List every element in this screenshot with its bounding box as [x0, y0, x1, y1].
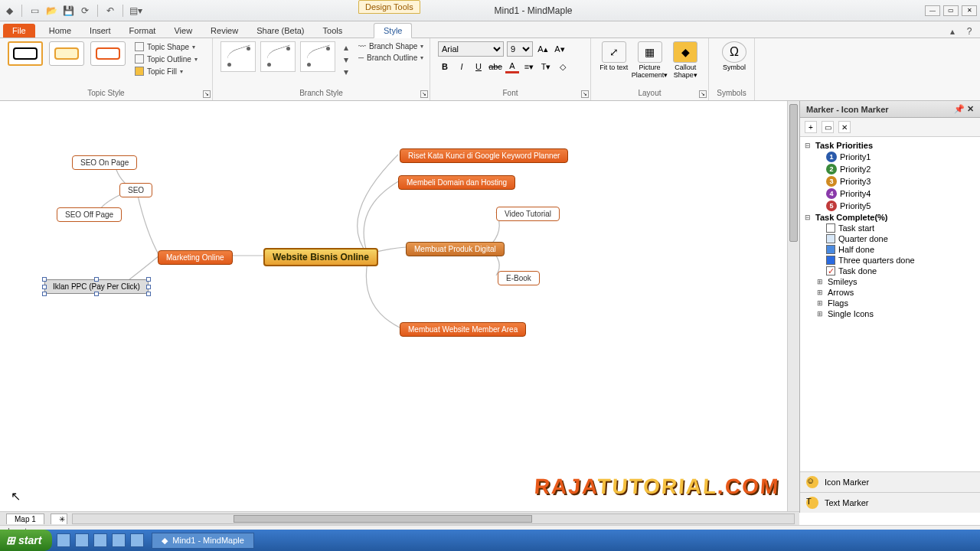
panel-add-icon[interactable]: +	[805, 121, 817, 133]
branch-gallery-down[interactable]: ▾	[340, 54, 352, 66]
priority-item[interactable]: 2Priority2	[823, 163, 978, 175]
complete-item[interactable]: Quarter done	[823, 233, 978, 244]
font-size-select[interactable]: 9	[507, 41, 533, 57]
branch-style-thumb-3[interactable]	[300, 41, 335, 72]
italic-button[interactable]: I	[455, 60, 469, 73]
node-seo-on[interactable]: SEO On Page	[72, 155, 137, 170]
callout-shape-button[interactable]: ◆Callout Shape▾	[671, 41, 701, 80]
layout-dialog-launcher[interactable]: ↘	[699, 90, 707, 98]
topic-style-thumb-1[interactable]	[8, 41, 43, 66]
node-seo[interactable]: SEO	[119, 183, 152, 197]
horizontal-scrollbar[interactable]	[72, 514, 795, 524]
align-button[interactable]: ≡▾	[522, 60, 536, 73]
branch-gallery-up[interactable]: ▴	[340, 41, 352, 54]
save-icon[interactable]: 💾	[62, 5, 74, 17]
taskbar-quicklaunch-3[interactable]	[93, 533, 107, 547]
format-tab[interactable]: Format	[120, 24, 165, 37]
font-dialog-launcher[interactable]: ↘	[581, 90, 589, 98]
font-name-select[interactable]: Arial	[438, 41, 504, 57]
node-produk[interactable]: Membuat Produk Digital	[406, 242, 505, 256]
new-icon[interactable]: ▭	[28, 5, 41, 17]
node-seo-off[interactable]: SEO Off Page	[57, 207, 122, 222]
grow-font-button[interactable]: A▴	[536, 42, 550, 56]
horizontal-scrollbar-thumb[interactable]	[234, 515, 532, 523]
minimize-ribbon-icon[interactable]: ▴	[946, 25, 959, 37]
vertical-scrollbar-thumb[interactable]	[789, 104, 798, 242]
branch-gallery-more[interactable]: ▾	[340, 66, 352, 78]
clear-format-button[interactable]: ◇	[556, 60, 570, 73]
complete-item[interactable]: Half done	[823, 244, 978, 255]
branch-style-thumb-1[interactable]	[220, 41, 256, 72]
symbol-button[interactable]: ΩSymbol	[717, 41, 752, 72]
file-tab[interactable]: File	[3, 24, 35, 37]
taskbar-quicklaunch-5[interactable]	[130, 533, 144, 547]
app-menu-icon[interactable]: ◆	[3, 5, 15, 17]
panel-folder-icon[interactable]: ▭	[822, 121, 834, 133]
priority-item[interactable]: 5Priority5	[823, 200, 978, 212]
sheet-tab-new[interactable]: ✳	[51, 514, 67, 524]
priority-item[interactable]: 4Priority4	[823, 187, 978, 200]
mindmap-canvas[interactable]: Website Bisnis Online Riset Kata Kunci d…	[0, 101, 787, 513]
topic-style-thumb-2[interactable]	[49, 41, 84, 66]
maximize-button[interactable]: ▭	[943, 5, 959, 16]
priority-item[interactable]: 1Priority1	[823, 151, 978, 163]
branch-shape-button[interactable]: 〰Branch Shape▾	[355, 41, 426, 51]
view-tab[interactable]: View	[165, 24, 201, 37]
taskbar-quicklaunch-1[interactable]	[57, 533, 70, 547]
shrink-font-button[interactable]: A▾	[553, 42, 567, 56]
share-tab[interactable]: Share (Beta)	[247, 24, 313, 37]
insert-tab[interactable]: Insert	[80, 24, 120, 37]
topic-style-dialog-launcher[interactable]: ↘	[203, 90, 211, 98]
priority-item[interactable]: 3Priority3	[823, 175, 978, 187]
tree-group-complete[interactable]: ⊟Task Complete(%)	[802, 212, 978, 223]
help-icon[interactable]: ?	[963, 25, 975, 37]
review-tab[interactable]: Review	[201, 24, 247, 37]
topic-fill-button[interactable]: Topic Fill▾	[132, 66, 201, 77]
text-direction-button[interactable]: T▾	[539, 60, 553, 73]
topic-outline-button[interactable]: Topic Outline▾	[132, 54, 201, 64]
node-ebook[interactable]: E-Book	[498, 271, 540, 285]
topic-shape-button[interactable]: Topic Shape▾	[132, 41, 201, 52]
panel-pin-icon[interactable]: 📌	[954, 104, 965, 113]
open-icon[interactable]: 📂	[45, 5, 57, 17]
branch-outline-button[interactable]: ─Branch Outline▾	[355, 53, 426, 63]
refresh-icon[interactable]: ⟳	[79, 5, 91, 17]
complete-item[interactable]: Three quarters done	[823, 255, 978, 266]
node-ppc-editing[interactable]: Iklan PPC (Pay Per Click)	[44, 279, 149, 294]
close-button[interactable]: ✕	[962, 5, 977, 16]
text-marker-section[interactable]: TText Marker	[800, 492, 980, 513]
complete-item[interactable]: ✓Task done	[823, 266, 978, 276]
node-marketing[interactable]: Marketing Online	[158, 250, 233, 265]
undo-icon[interactable]: ↶	[104, 5, 116, 17]
panel-delete-icon[interactable]: ✕	[838, 121, 851, 133]
start-button[interactable]: ⊞start	[0, 530, 52, 551]
home-tab[interactable]: Home	[40, 24, 80, 37]
sheet-tab-map1[interactable]: Map 1	[6, 514, 44, 524]
tree-group-collapsed[interactable]: ⊞Single Icons	[814, 308, 978, 319]
topic-style-thumb-3[interactable]	[90, 41, 126, 66]
taskbar-app-mindmaple[interactable]: ◆Mind1 - MindMaple	[152, 533, 254, 549]
style-gallery-icon[interactable]: ▤▾	[129, 5, 142, 17]
node-center[interactable]: Website Bisnis Online	[263, 248, 378, 266]
tree-group-collapsed[interactable]: ⊞Smileys	[814, 276, 978, 287]
panel-close-icon[interactable]: ✕	[967, 104, 974, 113]
node-video[interactable]: Video Tutorial	[496, 207, 560, 221]
node-member[interactable]: Membuat Website Member Area	[400, 322, 526, 337]
taskbar-quicklaunch-4[interactable]	[112, 533, 126, 547]
font-color-button[interactable]: A	[505, 60, 519, 73]
node-domain[interactable]: Membeli Domain dan Hosting	[398, 175, 515, 190]
icon-marker-section[interactable]: ☺Icon Marker	[800, 471, 980, 492]
tree-group-collapsed[interactable]: ⊞Flags	[814, 298, 978, 308]
taskbar-quicklaunch-2[interactable]	[75, 533, 89, 547]
branch-style-thumb-2[interactable]	[260, 41, 296, 72]
underline-button[interactable]: U	[472, 60, 485, 73]
complete-item[interactable]: Task start	[823, 223, 978, 233]
tree-group-priorities[interactable]: ⊟Task Priorities	[802, 140, 978, 151]
fit-to-text-button[interactable]: ⤢Fit to text	[599, 41, 629, 80]
tree-group-collapsed[interactable]: ⊞Arrows	[814, 287, 978, 298]
minimize-button[interactable]: —	[925, 5, 940, 16]
node-riset[interactable]: Riset Kata Kunci di Google Keyword Plann…	[400, 148, 568, 163]
tools-tab[interactable]: Tools	[314, 24, 352, 37]
picture-placement-button[interactable]: ▦Picture Placement▾	[632, 41, 668, 80]
style-tab[interactable]: Style	[374, 23, 412, 38]
